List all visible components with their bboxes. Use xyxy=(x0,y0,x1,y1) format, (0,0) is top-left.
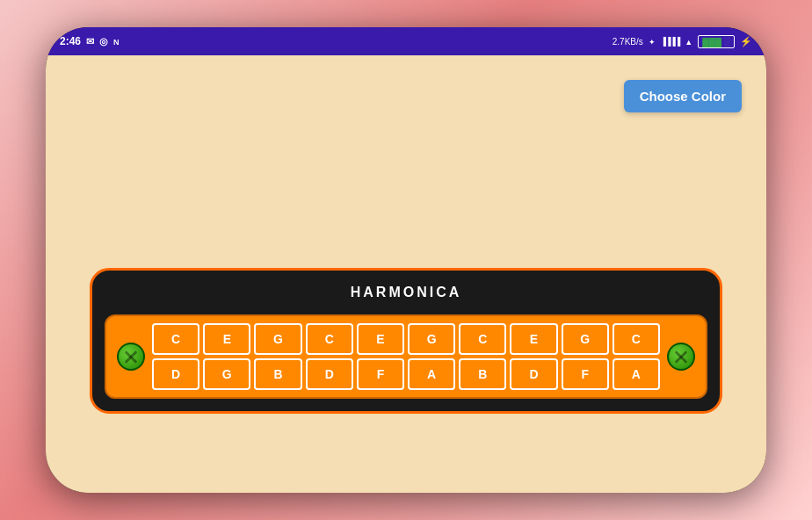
keys-grid: C E G C E G C E G C D xyxy=(152,323,660,390)
status-left: 2:46 xyxy=(60,35,120,47)
key-g4[interactable]: G xyxy=(203,358,250,390)
key-f1[interactable]: F xyxy=(357,358,404,390)
charging-icon: ⚡ xyxy=(740,36,752,47)
left-screw xyxy=(117,343,145,371)
key-a2[interactable]: A xyxy=(613,358,660,390)
key-b1[interactable]: B xyxy=(254,358,301,390)
harmonica-container: HARMONICA C E G C E G C E xyxy=(90,268,722,414)
notification-icon xyxy=(113,35,120,47)
instagram-icon xyxy=(99,36,108,47)
key-c3[interactable]: C xyxy=(459,323,506,355)
key-g2[interactable]: G xyxy=(408,323,455,355)
status-bar: 2:46 2.7KB/s ▐▐▐▐ ▓▓▓ ░ ⚡ xyxy=(46,27,766,55)
key-e1[interactable]: E xyxy=(203,323,250,355)
mail-icon xyxy=(86,36,94,47)
speed-indicator: 2.7KB/s xyxy=(613,37,643,47)
status-time: 2:46 xyxy=(60,35,81,47)
signal-icon: ▐▐▐▐ xyxy=(661,37,680,46)
key-c2[interactable]: C xyxy=(306,323,353,355)
harmonica-title: HARMONICA xyxy=(105,279,707,306)
key-e3[interactable]: E xyxy=(510,323,557,355)
wifi-icon xyxy=(685,37,692,47)
key-a1[interactable]: A xyxy=(408,358,455,390)
key-d2[interactable]: D xyxy=(306,358,353,390)
harmonica-body: HARMONICA C E G C E G C E xyxy=(90,268,722,414)
key-c4[interactable]: C xyxy=(613,323,660,355)
harmonica-keys-area: C E G C E G C E G C D xyxy=(105,314,707,399)
top-keys-row: C E G C E G C E G C xyxy=(152,323,660,355)
key-c1[interactable]: C xyxy=(152,323,199,355)
bluetooth-icon xyxy=(649,37,656,47)
status-right: 2.7KB/s ▐▐▐▐ ▓▓▓ ░ ⚡ xyxy=(613,35,752,48)
choose-color-button[interactable]: Choose Color xyxy=(624,80,742,112)
phone-device: 2:46 2.7KB/s ▐▐▐▐ ▓▓▓ ░ ⚡ Choose Color H… xyxy=(46,27,766,493)
right-screw xyxy=(667,343,695,371)
phone-screen: Choose Color HARMONICA C E G C E xyxy=(46,55,766,493)
key-g1[interactable]: G xyxy=(254,323,301,355)
key-b2[interactable]: B xyxy=(459,358,506,390)
key-e2[interactable]: E xyxy=(357,323,404,355)
key-f2[interactable]: F xyxy=(562,358,609,390)
bottom-keys-row: D G B D F A B D F A xyxy=(152,358,660,390)
key-d3[interactable]: D xyxy=(510,358,557,390)
key-g3[interactable]: G xyxy=(562,323,609,355)
key-d1[interactable]: D xyxy=(152,358,199,390)
battery-icon: ▓▓▓ ░ xyxy=(698,35,735,48)
